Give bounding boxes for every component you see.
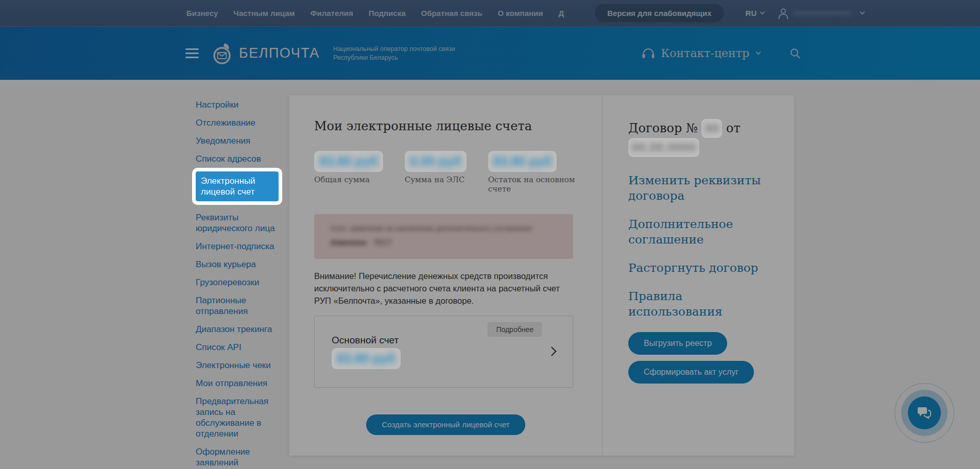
sidebar-item-branch-appointment[interactable]: Предварительная запись на обслуживание в… [196, 396, 283, 439]
chevron-down-icon [760, 10, 765, 15]
sidebar-item-tracking[interactable]: Отслеживание [196, 117, 283, 128]
generate-service-act-button[interactable]: Сформировать акт услуг [628, 361, 754, 384]
sidebar-item-notifications[interactable]: Уведомления [196, 135, 283, 146]
summary-els: 0.00 руб Сумма на ЭЛС [405, 151, 467, 194]
chat-button[interactable] [908, 396, 941, 429]
sidebar-item-legal-details[interactable]: Реквизиты юридического лица [196, 212, 283, 234]
summary-label: Общая сумма [314, 175, 383, 184]
contract-number-redacted: 00 [701, 119, 722, 138]
sidebar-item-cargo[interactable]: Грузоперевозки [196, 277, 283, 288]
hamburger-menu-icon[interactable] [185, 46, 199, 61]
sidebar-item-courier-call[interactable]: Вызов курьера [196, 259, 283, 270]
nav-subscription[interactable]: Подписка [369, 9, 406, 18]
top-utility-bar: Бизнесу Частным лицам Филателия Подписка… [0, 0, 980, 27]
account-amount-redacted: 83.80 руб [332, 348, 401, 369]
sidebar-item-applications[interactable]: Оформление заявлений [196, 446, 283, 468]
page-content: Настройки Отслеживание Уведомления Списо… [0, 80, 980, 469]
contract-links: Изменить реквизиты договора Дополнительн… [628, 172, 779, 319]
nav-philately[interactable]: Филателия [311, 9, 353, 18]
headset-icon [641, 47, 656, 60]
chevron-down-icon [859, 10, 865, 15]
summary-label: Остаток на основном счете [488, 175, 580, 194]
balance-summary: 83.80 руб Общая сумма 0.00 руб Сумма на … [314, 151, 602, 194]
language-label: RU [746, 9, 757, 18]
posthorn-envelope-icon [209, 40, 236, 67]
nav-private[interactable]: Частным лицам [233, 9, 295, 18]
alert-box: Счет: заявление на заключение дополнител… [314, 214, 573, 259]
main-balance-redacted: 83.80 руб [488, 151, 557, 172]
sidebar-item-batch-shipments[interactable]: Партионные отправления [196, 295, 283, 317]
page-title: Мои электронные лицевые счета [314, 119, 602, 133]
contract-section: Договор № 00 от 00.00.0000 Изменить рекв… [602, 95, 794, 456]
create-account-button[interactable]: Создать электронный лицевой счет [366, 414, 525, 435]
terminate-contract-link[interactable]: Расторгнуть договор [628, 260, 779, 275]
electronic-accounts-section: Мои электронные лицевые счета 83.80 руб … [289, 95, 602, 456]
contact-center-link[interactable]: Контакт-центр [661, 47, 749, 60]
sidebar-item-internet-subscription[interactable]: Интернет-подписка [196, 241, 283, 252]
chat-bubbles-icon [917, 406, 932, 420]
search-icon[interactable] [789, 47, 801, 60]
user-email-redacted: •••••••••••••••••• [793, 9, 851, 18]
chevron-down-icon [756, 50, 761, 55]
total-amount-redacted: 83.80 руб [314, 151, 383, 172]
sidebar-item-electronic-account-active[interactable]: Электронный лицевой счет [196, 171, 279, 201]
alert-line2-redacted: Изменено:ТЕСТ [331, 238, 565, 247]
details-button[interactable]: Подробнее [488, 322, 542, 337]
nav-feedback[interactable]: Обратная связь [421, 9, 483, 18]
user-account-menu[interactable]: •••••••••••••••••• [778, 7, 864, 20]
sidebar-item-tracking-range[interactable]: Диапазон трекинга [196, 324, 283, 335]
nav-d[interactable]: Д [559, 9, 564, 18]
change-contract-details-link[interactable]: Изменить реквизиты договора [628, 172, 779, 203]
nav-business[interactable]: Бизнесу [186, 9, 218, 18]
alert-line1-redacted: Счет: заявление на заключение дополнител… [331, 224, 565, 232]
sidebar-item-my-shipments[interactable]: Мои отправления [196, 378, 283, 389]
sidebar-item-api-list[interactable]: Список API [196, 342, 283, 353]
export-registry-button[interactable]: Выгрузить реестр [628, 332, 727, 355]
additional-agreement-link[interactable]: Дополнительное соглашение [628, 216, 779, 247]
contract-date-redacted: 00.00.0000 [628, 138, 699, 157]
language-selector[interactable]: RU [746, 9, 765, 18]
brand-name: БЕЛПОЧТА [239, 45, 320, 61]
main-header: БЕЛПОЧТА Национальный оператор почтовой … [0, 27, 980, 80]
sidebar-item-settings[interactable]: Настройки [196, 99, 283, 110]
summary-main-balance: 83.80 руб Остаток на основном счете [488, 151, 580, 194]
warning-text: Внимание! Перечисление денежных средств … [314, 270, 574, 307]
chat-widget [895, 383, 954, 443]
summary-label: Сумма на ЭЛС [405, 175, 467, 184]
sidebar-item-e-receipts[interactable]: Электронные чеки [196, 360, 283, 371]
belpochta-logo[interactable]: БЕЛПОЧТА [209, 40, 320, 67]
sidebar-item-address-list[interactable]: Список адресов [196, 153, 283, 164]
usage-rules-link[interactable]: Правила использования [628, 288, 779, 319]
main-account-card[interactable]: Подробнее Основной счет 83.80 руб [314, 316, 573, 388]
person-icon [778, 7, 789, 20]
nav-about[interactable]: О компании [497, 9, 543, 18]
els-amount-redacted: 0.00 руб [405, 151, 467, 172]
account-sidebar: Настройки Отслеживание Уведомления Списо… [196, 99, 283, 469]
account-panel: Мои электронные лицевые счета 83.80 руб … [289, 95, 794, 456]
contract-heading: Договор № 00 от 00.00.0000 [628, 119, 779, 157]
summary-total: 83.80 руб Общая сумма [314, 151, 383, 194]
brand-tagline: Национальный оператор почтовой связи Рес… [333, 45, 455, 62]
accessibility-version-button[interactable]: Версия для слабовидящих [595, 4, 724, 22]
